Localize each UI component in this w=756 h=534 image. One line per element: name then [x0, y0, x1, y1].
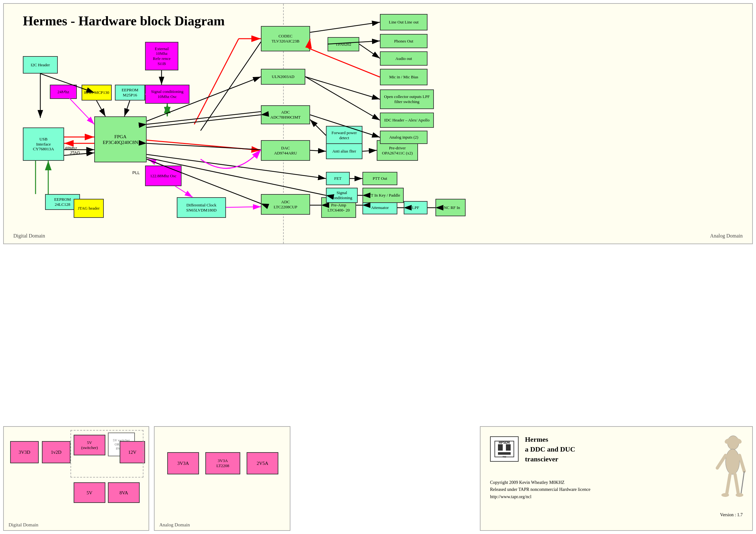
svg-line-24: [194, 39, 239, 124]
hpsdr-svg: TM HPSDR: [493, 440, 515, 459]
phones-out-block: Phones Out: [380, 34, 427, 48]
svg-line-42: [310, 119, 326, 136]
svg-line-9: [96, 101, 105, 116]
diagram-title: Hermes - Hardware block Diagram: [23, 13, 225, 29]
svg-line-21: [148, 159, 163, 165]
svg-rect-53: [498, 444, 503, 451]
v2v5a-block: 2V5A: [247, 452, 278, 474]
forward-power-block: Forward power detect: [326, 126, 363, 145]
svg-point-67: [721, 493, 729, 497]
bnc-rf-in-block: BNC RF In: [435, 199, 466, 216]
svg-line-33: [305, 77, 380, 120]
hermes-title: Hermes a DDC and DUC transciever: [525, 435, 575, 464]
svg-line-10: [124, 101, 130, 116]
svg-line-38: [147, 140, 261, 150]
osc-24-block: 24Mhz: [50, 85, 77, 99]
dac-block: DACAD9744ARU: [261, 140, 310, 161]
svg-rect-54: [506, 444, 511, 451]
v3v3a-block: 3V3A: [167, 452, 199, 474]
i2c-header-block: I2C Header: [23, 56, 58, 74]
tpa-block: TPA0202: [328, 37, 359, 51]
copyright-text: Copyright 2009 Kevin Wheatley M0KHZ Rele…: [490, 479, 590, 500]
main-container: Hermes - Hardware block Diagram Digital …: [0, 0, 756, 534]
v1v2d-block: 1v2D: [42, 441, 70, 463]
idc-header-block: IDC Header – Alex/ Apollo: [380, 113, 434, 128]
hpsdr-logo: TM HPSDR: [490, 436, 519, 462]
signal-cond2-block: Signal conditioning: [326, 188, 358, 203]
svg-line-64: [741, 471, 744, 494]
lpf-block: LPF: [404, 201, 427, 215]
svg-rect-55: [498, 452, 511, 455]
analog-inputs-block: Analog inputs (2): [380, 131, 427, 144]
diff-clock-block: Differential Clock SN65LVDM180D: [177, 197, 226, 218]
v3v3a-lt-block: 3V3ALT2208: [205, 452, 240, 474]
svg-line-30: [309, 48, 380, 77]
svg-line-62: [717, 455, 725, 468]
svg-line-63: [740, 455, 744, 471]
v8va-block: 8VA: [108, 482, 140, 503]
ptt-in-block: PTT In Key / Paddle: [363, 188, 404, 203]
svg-point-68: [736, 493, 743, 497]
bottom-left-domain: Digital Domain: [9, 522, 39, 528]
osc-122-block: 122.88Mhz Osc: [145, 165, 181, 186]
svg-line-23: [226, 207, 261, 207]
ext-ref-block: External10MhzRefe renceSi1B: [145, 42, 178, 70]
anti-alias-block: Anti alias flter: [326, 143, 363, 159]
bottom-left-section: 3V3D 1v2D 5V(switcher) 5V switcherOR 5V …: [3, 426, 149, 531]
svg-line-41: [363, 150, 377, 151]
adc-78-block: ADCADC78H90CIMT: [261, 105, 310, 124]
svg-line-27: [310, 22, 380, 32]
usb-interface-block: USBInterfaceCY768013A: [23, 127, 64, 161]
svg-text:HPSDR: HPSDR: [499, 441, 510, 444]
jtag-header-block: JTAG header: [74, 199, 104, 218]
jtag-label: JTAG: [70, 150, 80, 155]
line-out-block: Line Out Line out: [380, 14, 427, 31]
signal-cond-block: Signal conditioning 10Mhz Osc: [145, 85, 189, 104]
adc-ltc-block: ADCLTC2208CUP: [261, 194, 310, 215]
digital-domain-label: Digital Domain: [13, 233, 45, 239]
audio-out-block: Audio out: [380, 51, 427, 66]
svg-line-35: [147, 115, 261, 127]
svg-line-39: [147, 143, 261, 150]
svg-text:TM: TM: [502, 455, 506, 458]
svg-line-65: [727, 474, 730, 494]
svg-line-26: [201, 42, 261, 131]
svg-line-29: [359, 44, 380, 58]
svg-line-22: [175, 186, 193, 197]
eeprom-main-block: EEPROM M25P16: [115, 85, 145, 101]
svg-line-32: [305, 77, 380, 99]
fet-block: FET: [326, 172, 350, 185]
codec-block: CODECTLV320AIC23B: [261, 26, 310, 51]
fpga-block: FPGAEP3C40Q240C8N: [94, 116, 147, 162]
analog-domain-label: Analog Domain: [710, 233, 743, 239]
bottom-middle-domain: Analog Domain: [159, 522, 190, 528]
mhz-48-label: 48Mhz: [65, 146, 77, 151]
switcher-group: [70, 430, 144, 477]
attenuator-block: Attenuator: [363, 201, 397, 215]
mic-in-block: Mic in / Mic Bias: [380, 69, 427, 85]
svg-point-61: [725, 449, 740, 474]
bottom-right-section: TM HPSDR Hermes a DDC and DUC transcieve…: [480, 426, 753, 531]
hermes-figure: [705, 430, 746, 525]
ptt-out-block: PTT Out: [363, 172, 397, 185]
open-collector-block: Open collector outputs LPF filter switch…: [380, 89, 434, 109]
svg-line-36: [147, 112, 261, 124]
v3v3d-block: 3V3D: [10, 441, 39, 463]
svg-line-66: [735, 474, 738, 494]
pll-label: PLL: [132, 170, 140, 175]
diagram-section: Hermes - Hardware block Diagram Digital …: [3, 3, 753, 244]
bottom-middle-section: 3V3A 3V3ALT2208 2V5A Analog Domain: [154, 426, 290, 531]
uln-block: ULN2003AD: [261, 69, 305, 85]
reset-block: Reset MCP130: [82, 85, 112, 101]
v5-block: 5V: [74, 482, 105, 503]
svg-line-40: [310, 150, 326, 151]
